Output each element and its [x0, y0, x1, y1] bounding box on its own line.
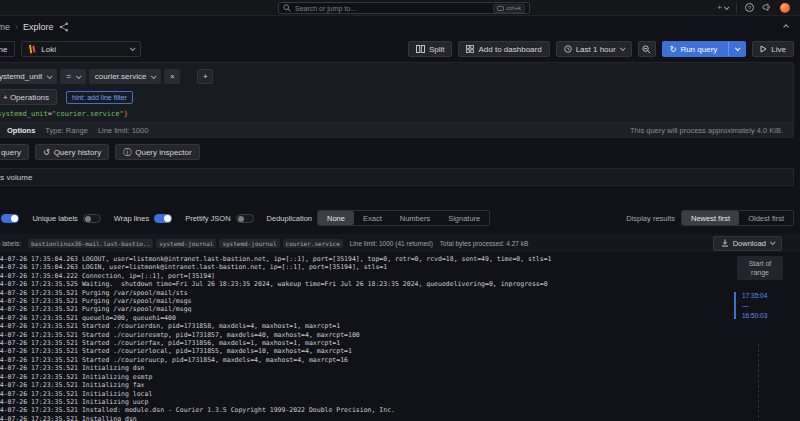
- log-row[interactable]: 2024-07-26 17:23:35.521 Installed: modul…: [0, 406, 720, 414]
- dedup-option-signature[interactable]: Signature: [439, 211, 489, 225]
- dedup-option-numbers[interactable]: Numbers: [391, 211, 439, 225]
- live-button[interactable]: Live: [752, 41, 794, 57]
- top-nav-bar: Search or jump to... ctrl+k + ?: [0, 0, 800, 16]
- time-toggle[interactable]: [1, 214, 19, 223]
- total-bytes-stat: Total bytes processed: 4.27 kB: [440, 240, 529, 247]
- query-inspector-button[interactable]: ⓘQuery inspector: [115, 144, 199, 160]
- wrap-lines-toggle-group: Wrap lines: [114, 214, 172, 223]
- log-row[interactable]: 2024-07-26 17:35:04.222 Connection, ip=[…: [0, 272, 720, 280]
- unique-labels-toggle[interactable]: [83, 214, 101, 223]
- operations-button[interactable]: + Operations: [0, 89, 57, 105]
- clock-icon: [564, 45, 572, 53]
- raw-query-preview: {systemd_unit="courier.service"}: [0, 105, 793, 122]
- log-row[interactable]: 2024-07-26 17:35:04.263 LOGIN, user=list…: [0, 263, 720, 271]
- user-avatar[interactable]: [780, 3, 790, 13]
- time-range-picker[interactable]: Last 1 hour: [556, 41, 632, 57]
- log-row[interactable]: 2024-07-26 17:23:35.521 Started ./courie…: [0, 322, 720, 330]
- query-history-button[interactable]: ↺Query history: [35, 144, 109, 160]
- logs-area: 2024-07-26 17:35:04.263 LOGOUT, user=lis…: [0, 252, 800, 421]
- label-name-select[interactable]: systemd_unit: [0, 69, 57, 84]
- keyboard-icon: [497, 6, 504, 11]
- remove-filter-button[interactable]: ×: [164, 69, 180, 84]
- shortcut-badge: ctrl+k: [493, 4, 525, 13]
- options-title: Options: [7, 126, 35, 135]
- log-row[interactable]: 2024-07-26 17:23:35.525 Waiting. shutdow…: [0, 280, 720, 288]
- run-query-dropdown[interactable]: [728, 42, 745, 56]
- download-icon: [721, 239, 729, 247]
- log-row[interactable]: 2024-07-26 17:23:35.521 Purging /var/spo…: [0, 297, 720, 305]
- log-row[interactable]: 2024-07-26 17:23:35.521 Started ./courie…: [0, 356, 720, 364]
- breadcrumb-page: Explore: [23, 22, 54, 32]
- deduplication-label: Deduplication: [267, 214, 312, 223]
- breadcrumb-home-link[interactable]: Home: [0, 22, 10, 32]
- topbar-actions: + ?: [717, 3, 800, 13]
- logs-controls-row: Time Unique labels Wrap lines Prettify J…: [0, 206, 800, 230]
- log-row[interactable]: 2024-07-26 17:23:35.521 Initializing dsn: [0, 364, 720, 372]
- dedup-option-exact[interactable]: Exact: [354, 211, 391, 225]
- chevron-down-icon: [130, 45, 136, 51]
- log-row[interactable]: 2024-07-26 17:35:04.263 LOGOUT, user=lis…: [0, 255, 720, 263]
- range-to-time: 16:50:03: [742, 312, 767, 319]
- explore-toolbar: Outline Loki Split Add to dashboard Last…: [0, 38, 800, 60]
- order-options: Newest first Oldest first: [681, 210, 794, 226]
- log-row[interactable]: 2024-07-26 17:23:35.521 queuelo=200, que…: [0, 314, 720, 322]
- zoom-out-icon: [642, 45, 651, 54]
- add-to-dashboard-button[interactable]: Add to dashboard: [458, 41, 549, 57]
- info-circle-icon: ⓘ: [123, 147, 131, 158]
- log-row[interactable]: 2024-07-26 17:23:35.521 Started ./courie…: [0, 347, 720, 355]
- query-size-estimate: This query will process approximately 4.…: [630, 126, 783, 135]
- options-type: Type: Range: [45, 126, 88, 135]
- logs-volume-panel[interactable]: Logs volume: [0, 168, 794, 186]
- navigation-dashed-line: [758, 344, 759, 421]
- add-query-button[interactable]: + Add query: [0, 144, 29, 160]
- help-icon[interactable]: ?: [745, 3, 754, 12]
- split-icon: [416, 45, 425, 53]
- log-row[interactable]: 2024-07-26 17:23:35.521 Started ./courie…: [0, 339, 720, 347]
- apps-grid-icon: [466, 45, 474, 53]
- history-icon: ↺: [43, 148, 50, 157]
- label-value-select[interactable]: courier.service: [89, 69, 162, 84]
- log-row[interactable]: 2024-07-26 17:23:35.521 Started ./courie…: [0, 331, 720, 339]
- logs-meta-row: Common labels: bastionlinux36-mail.last-…: [0, 234, 800, 252]
- search-placeholder: Search or jump to...: [295, 5, 489, 12]
- new-menu-button[interactable]: +: [717, 3, 728, 12]
- datasource-name: Loki: [41, 45, 56, 54]
- collapse-chevron-icon[interactable]: [783, 24, 789, 30]
- log-row[interactable]: 2024-07-26 17:23:35.521 Initializing fax: [0, 381, 720, 389]
- search-icon: [283, 4, 291, 12]
- label-badge: systemd-journal: [219, 239, 279, 248]
- dedup-option-none[interactable]: None: [318, 211, 354, 225]
- zoom-out-button[interactable]: [638, 41, 656, 57]
- prettify-json-toggle-group: Prettify JSON: [185, 214, 253, 223]
- log-row[interactable]: 2024-07-26 17:23:35.521 Initializing esm…: [0, 373, 720, 381]
- add-filter-button[interactable]: +: [197, 69, 213, 84]
- hint-add-line-filter-link[interactable]: hint: add line filter: [66, 91, 133, 104]
- operations-row: + Operations hint: add line filter: [0, 84, 793, 105]
- search-input[interactable]: Search or jump to... ctrl+k: [278, 2, 530, 14]
- download-button[interactable]: Download: [713, 236, 782, 251]
- wrap-lines-toggle[interactable]: [154, 214, 172, 223]
- log-row[interactable]: 2024-07-26 17:23:35.521 Installing dsn: [0, 415, 720, 421]
- prettify-json-label: Prettify JSON: [185, 214, 230, 223]
- order-oldest-first[interactable]: Oldest first: [739, 211, 793, 225]
- log-row[interactable]: 2024-07-26 17:23:35.521 Purging /var/spo…: [0, 289, 720, 297]
- label-operator-select[interactable]: =: [60, 69, 86, 84]
- log-row[interactable]: 2024-07-26 17:23:35.521 Initializing uuc…: [0, 398, 720, 406]
- unique-labels-toggle-group: Unique labels: [32, 214, 100, 223]
- time-range-marker[interactable]: 17:35:04 — 16:50:03: [734, 292, 767, 319]
- log-row[interactable]: 2024-07-26 17:23:35.521 Initializing loc…: [0, 390, 720, 398]
- outline-button[interactable]: Outline: [0, 41, 15, 57]
- order-newest-first[interactable]: Newest first: [682, 211, 739, 225]
- logs-volume-title: Logs volume: [0, 173, 32, 182]
- log-row[interactable]: 2024-07-26 17:23:35.521 Purging /var/spo…: [0, 305, 720, 313]
- share-icon[interactable]: [59, 22, 69, 32]
- label-filters-row: systemd_unit = courier.service × +: [0, 63, 793, 84]
- label-badge: bastionlinux36-mail.last-bastio..: [28, 239, 153, 248]
- news-megaphone-icon[interactable]: [762, 3, 772, 12]
- run-query-button[interactable]: ↻Run query: [662, 41, 747, 57]
- datasource-picker[interactable]: Loki: [21, 41, 141, 57]
- prettify-json-toggle[interactable]: [236, 214, 254, 223]
- split-button[interactable]: Split: [408, 41, 453, 57]
- query-options-bar[interactable]: Options Type: Range Line limit: 1000 Thi…: [0, 122, 793, 137]
- breadcrumb: Home › Explore: [0, 16, 800, 38]
